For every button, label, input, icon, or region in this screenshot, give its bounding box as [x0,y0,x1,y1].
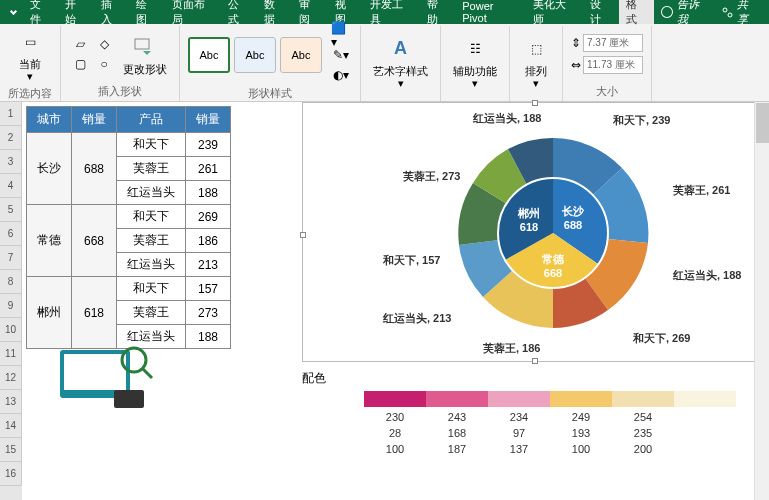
group-label: 形状样式 [248,84,292,103]
cell[interactable]: 688 [72,133,117,205]
row-header[interactable]: 10 [0,318,22,342]
cell[interactable]: 186 [186,229,231,253]
swatch[interactable] [364,391,426,407]
palette-title: 配色 [302,370,762,387]
shape-btn[interactable]: ◇ [93,35,115,53]
tell-me[interactable]: 告诉我 [654,0,715,24]
cell[interactable]: 和天下 [117,133,186,157]
cell[interactable]: 261 [186,157,231,181]
menu-file[interactable]: 文件 [23,0,58,24]
swatch[interactable] [674,391,736,407]
row-header[interactable]: 2 [0,126,22,150]
cell[interactable]: 郴州 [27,277,72,349]
shape-btn[interactable]: ▢ [69,55,91,73]
change-shape-button[interactable]: 更改形状 [119,31,171,77]
cell[interactable]: 188 [186,325,231,349]
ribbon-group-shapes: ▱◇ ▢○ 更改形状 插入形状 [61,26,180,101]
cell[interactable]: 239 [186,133,231,157]
rgb-value: 200 [612,443,674,455]
ribbon-group-arrange: ⬚排列▾ [510,26,563,101]
style-preset-2[interactable]: Abc [234,37,276,73]
vertical-scrollbar[interactable] [754,102,769,500]
cell[interactable]: 芙蓉王 [117,157,186,181]
row-header[interactable]: 6 [0,222,22,246]
menu-dev[interactable]: 开发工具 [363,0,420,24]
menu-data[interactable]: 数据 [257,0,292,24]
accessibility-button[interactable]: ☷辅助功能▾ [449,33,501,91]
col-header[interactable]: 销量 [186,107,231,133]
data-label: 芙蓉王, 186 [483,341,540,356]
swatch[interactable] [612,391,674,407]
menu-layout[interactable]: 页面布局 [165,0,222,24]
row-header[interactable]: 5 [0,198,22,222]
width-input[interactable]: 11.73 厘米 [583,56,643,74]
row-header[interactable]: 12 [0,366,22,390]
cell[interactable]: 157 [186,277,231,301]
share-button[interactable]: 共享 [715,0,765,24]
shape-fill-button[interactable]: 🟦▾ [330,26,352,44]
swatch[interactable] [426,391,488,407]
menu-beautify[interactable]: 美化大师 [526,0,583,24]
cell[interactable]: 芙蓉王 [117,301,186,325]
row-header[interactable]: 3 [0,150,22,174]
menu-formula[interactable]: 公式 [221,0,256,24]
cell[interactable]: 红运当头 [117,181,186,205]
logo-text: Excel [74,360,104,372]
cell[interactable]: 269 [186,205,231,229]
row-header[interactable]: 7 [0,246,22,270]
row-header[interactable]: 4 [0,174,22,198]
group-label: 所选内容 [8,84,52,103]
cell[interactable]: 188 [186,181,231,205]
style-preset-3[interactable]: Abc [280,37,322,73]
svg-text:668: 668 [544,267,562,279]
menu-review[interactable]: 审阅 [292,0,327,24]
scrollbar-thumb[interactable] [756,103,769,143]
col-header[interactable]: 城市 [27,107,72,133]
palette-swatches [364,391,736,407]
cell[interactable]: 和天下 [117,277,186,301]
row-header[interactable]: 15 [0,438,22,462]
menu-format[interactable]: 格式 [619,0,654,24]
shape-outline-button[interactable]: ✎▾ [330,46,352,64]
cell[interactable]: 668 [72,205,117,277]
style-preset-1[interactable]: Abc [188,37,230,73]
menu-home[interactable]: 开始 [58,0,93,24]
menu-help[interactable]: 帮助 [420,0,455,24]
menu-dropdown[interactable] [4,0,23,24]
menu-draw[interactable]: 绘图 [129,0,164,24]
menu-powerpivot[interactable]: Power Pivot [455,0,526,24]
arrange-button[interactable]: ⬚排列▾ [518,33,554,91]
cell[interactable]: 红运当头 [117,253,186,277]
row-headers: 1 2 3 4 5 6 7 8 9 10 11 12 13 14 15 16 [0,102,22,500]
swatch[interactable] [488,391,550,407]
cell[interactable]: 618 [72,277,117,349]
cell[interactable]: 常德 [27,205,72,277]
cell[interactable]: 213 [186,253,231,277]
rgb-value: 100 [364,443,426,455]
height-input[interactable]: 7.37 厘米 [583,34,643,52]
row-header[interactable]: 11 [0,342,22,366]
shape-btn[interactable]: ▱ [69,35,91,53]
row-header[interactable]: 8 [0,270,22,294]
cell[interactable]: 273 [186,301,231,325]
row-header[interactable]: 14 [0,414,22,438]
chart-object[interactable]: 长沙 688 常德 668 郴州 618 红运当头, 188 和天下, 239 … [302,102,762,362]
col-header[interactable]: 产品 [117,107,186,133]
shape-effects-button[interactable]: ◐▾ [330,66,352,84]
cell[interactable]: 长沙 [27,133,72,205]
row-header[interactable]: 16 [0,462,22,486]
row-header[interactable]: 9 [0,294,22,318]
menu-design[interactable]: 设计 [583,0,618,24]
row-header[interactable]: 1 [0,102,22,126]
rgb-value: 193 [550,427,612,439]
menu-insert[interactable]: 插入 [94,0,129,24]
wordart-button[interactable]: A艺术字样式▾ [369,33,432,91]
shape-btn[interactable]: ○ [93,55,115,73]
cell[interactable]: 和天下 [117,205,186,229]
sheet[interactable]: 城市 销量 产品 销量 长沙688和天下239 芙蓉王261 红运当头188 常… [22,102,769,500]
swatch[interactable] [550,391,612,407]
row-header[interactable]: 13 [0,390,22,414]
cell[interactable]: 芙蓉王 [117,229,186,253]
current-selection-button[interactable]: ▭ 当前▾ [12,26,48,84]
col-header[interactable]: 销量 [72,107,117,133]
